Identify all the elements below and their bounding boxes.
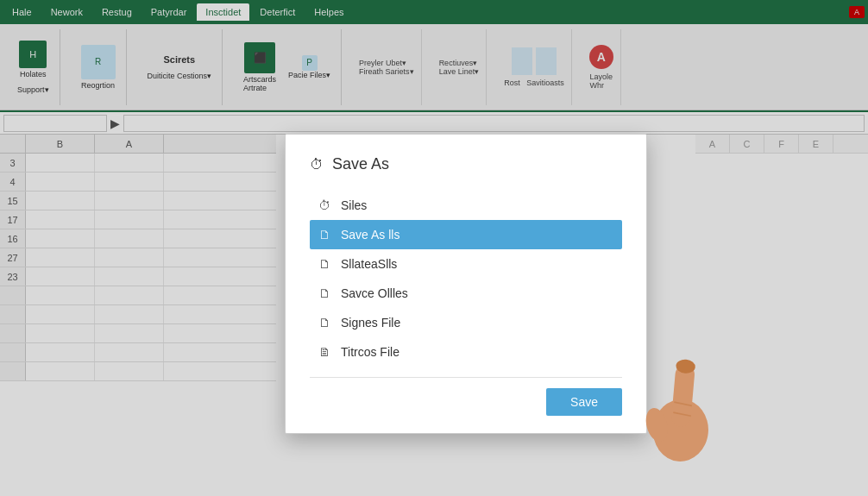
save-as-lls-label: Save As lls: [341, 228, 399, 242]
savce-icon: 🗋: [318, 286, 330, 300]
signes-icon: 🗋: [318, 316, 330, 330]
savce-label: Savce Ollles: [341, 286, 408, 300]
clock-icon: ⏱: [310, 157, 324, 173]
dialog-divider: [310, 377, 622, 378]
titrcos-icon: 🗎: [318, 345, 330, 359]
titrcos-label: Titrcos File: [341, 345, 399, 359]
dialog-item-savce[interactable]: 🗋 Savce Ollles: [310, 279, 622, 308]
dialog-item-sllatea[interactable]: 🗋 SllateaSlls: [310, 249, 622, 279]
siles-icon: ⏱: [318, 198, 330, 212]
dialog-item-siles[interactable]: ⏱ Siles: [310, 191, 622, 220]
dialog-item-signes[interactable]: 🗋 Signes File: [310, 308, 622, 337]
dialog-item-save-as-lls[interactable]: 🗋 Save As lls: [310, 220, 622, 249]
save-as-dialog: ⏱ Save As ⏱ Siles 🗋 Save As lls 🗋 Sllate…: [285, 134, 647, 434]
dialog-title: ⏱ Save As: [310, 155, 622, 173]
sllatea-label: SllateaSlls: [341, 257, 397, 271]
sllatea-icon: 🗋: [318, 257, 330, 271]
dialog-footer: Save: [310, 388, 622, 416]
dialog-item-titrcos[interactable]: 🗎 Titrcos File: [310, 337, 622, 367]
siles-label: Siles: [341, 198, 367, 212]
signes-label: Signes File: [341, 316, 400, 330]
dialog-title-text: Save As: [332, 155, 389, 173]
save-as-lls-icon: 🗋: [318, 228, 330, 242]
save-button[interactable]: Save: [546, 388, 622, 416]
